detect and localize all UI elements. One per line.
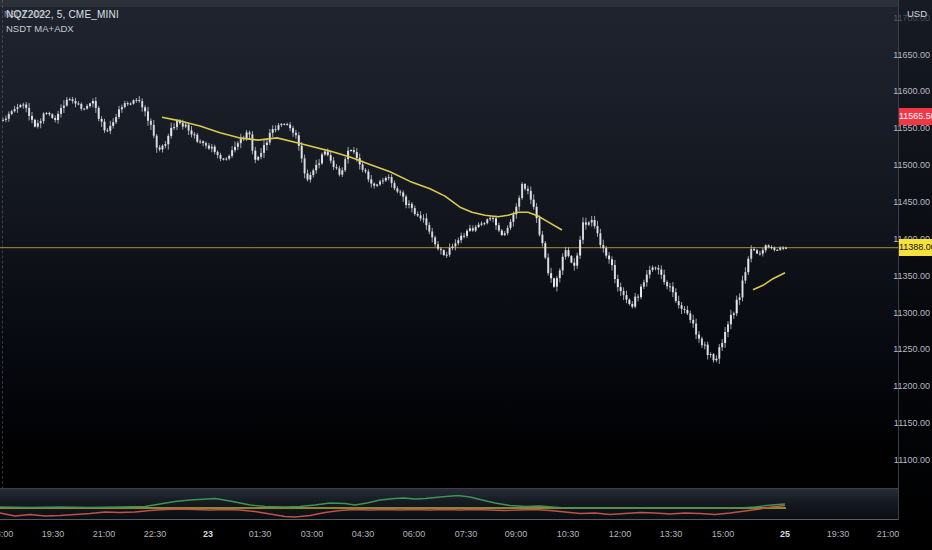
time-label: 13:30: [660, 529, 683, 539]
price-tick-label: 11350.00: [893, 271, 930, 281]
time-label: 09:00: [505, 529, 528, 539]
pane-top-band: [0, 0, 932, 7]
time-label: 19:30: [827, 529, 850, 539]
time-label: 12:00: [609, 529, 632, 539]
symbol-title[interactable]: NQZ2022, 5, CME_MINI: [6, 7, 119, 22]
ma-short-line: [753, 273, 785, 290]
time-label: 19:30: [42, 529, 65, 539]
main-chart-pane[interactable]: [0, 0, 898, 488]
adx-green-line: [0, 496, 785, 509]
time-label: 21:00: [877, 529, 900, 539]
time-axis[interactable]: 18:0019:3021:0022:302301:3003:0004:3006:…: [0, 520, 932, 550]
time-label: 03:00: [301, 529, 324, 539]
legend: NQZ2022, 5, CME_MINI NSDT MA+ADX: [6, 7, 119, 36]
price-tick-label: 11500.00: [893, 160, 930, 170]
price-tick-label: 11700.00: [893, 13, 930, 23]
indicator-title[interactable]: NSDT MA+ADX: [6, 22, 119, 36]
price-tick-label: 11600.00: [893, 86, 930, 96]
candlestick-chart[interactable]: [0, 0, 898, 488]
time-label: 15:00: [712, 529, 735, 539]
adx-indicator-plot[interactable]: [0, 489, 898, 519]
price-axis[interactable]: USD 11700.0011650.0011600.0011550.001150…: [898, 0, 932, 550]
time-label: 06:00: [403, 529, 426, 539]
time-label: 04:30: [352, 529, 375, 539]
time-label-date: 23: [203, 529, 213, 539]
price-tick-label: 11150.00: [894, 418, 930, 428]
ma-line: [162, 117, 562, 230]
last-price-tag-red: 11565.50: [899, 108, 932, 125]
time-label: 21:00: [93, 529, 116, 539]
time-label: 22:30: [144, 529, 167, 539]
time-label: 07:30: [455, 529, 478, 539]
price-tick-label: 11300.00: [893, 308, 930, 318]
time-label: 01:30: [249, 529, 272, 539]
adx-indicator-pane[interactable]: [0, 489, 898, 519]
price-tick-label: 11250.00: [893, 344, 930, 354]
time-label: 10:30: [557, 529, 580, 539]
price-tick-label: 11100.00: [894, 455, 930, 465]
price-tick-label: 11650.00: [893, 50, 930, 60]
time-label-date: 25: [780, 529, 790, 539]
price-tick-label: 11450.00: [893, 197, 930, 207]
price-line-tag-yellow: 11388.00: [899, 239, 932, 256]
trading-chart-app: NQZ2022, 5, CME_MINI NSDT MA+ADX NSDT AD…: [0, 0, 932, 550]
session-start-divider: [2, 0, 3, 519]
price-tick-label: 11200.00: [893, 381, 930, 391]
candles-layer: [2, 96, 787, 364]
time-label: 18:00: [0, 529, 13, 539]
